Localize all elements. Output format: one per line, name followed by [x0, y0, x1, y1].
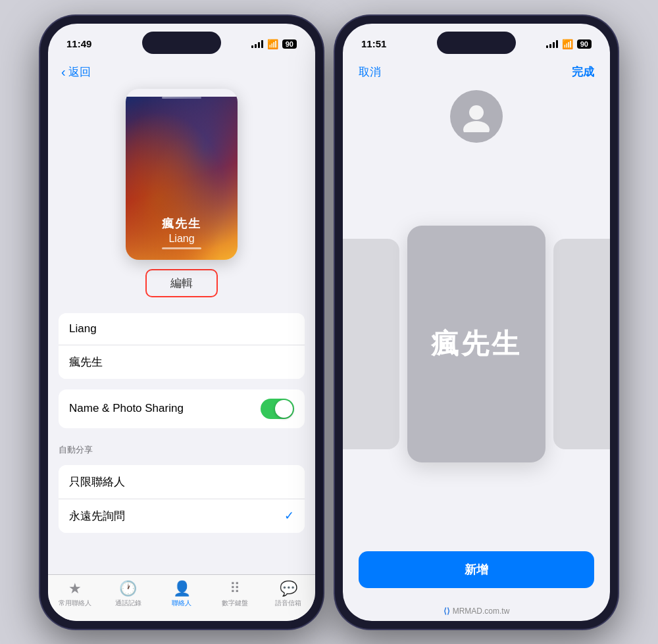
contact-card-mini: 瘋先生 Liang	[126, 89, 238, 260]
poster-main-text: 瘋先生	[431, 326, 522, 362]
bar2	[255, 44, 257, 48]
edit-btn-wrapper: 編輯	[145, 269, 218, 297]
sharing-label: Name & Photo Sharing	[69, 402, 261, 415]
status-right-2: 📶 90	[546, 39, 592, 49]
bar4	[261, 40, 263, 48]
battery-1: 90	[282, 39, 297, 49]
sharing-toggle[interactable]	[261, 399, 294, 419]
field-first-name[interactable]: Liang	[59, 313, 305, 345]
contacts-icon: 👤	[173, 580, 191, 597]
auto-share-ask[interactable]: 永遠先詢問 ✓	[59, 499, 305, 533]
time-1: 11:49	[66, 38, 91, 49]
card-name-area: 瘋先生 Liang	[126, 216, 238, 249]
tab-favorites[interactable]: ★ 常用聯絡人	[48, 580, 101, 608]
phones-container: 11:49 📶 90 ‹ 返回	[40, 16, 618, 629]
tab-recents[interactable]: 🕐 通話記錄	[101, 580, 155, 608]
dynamic-island-2	[437, 32, 516, 54]
svg-point-1	[463, 121, 490, 132]
nav-bar-1: ‹ 返回	[48, 59, 315, 82]
poster-side-right[interactable]	[553, 239, 610, 449]
checkmark-icon: ✓	[284, 508, 294, 523]
avatar-area	[343, 82, 610, 148]
contacts-label: 聯絡人	[172, 599, 191, 608]
dynamic-island-1	[142, 32, 221, 54]
card-bg: 瘋先生 Liang	[126, 97, 238, 260]
bar2b	[549, 44, 551, 48]
bar3b	[553, 42, 555, 48]
card-name-en: Liang	[126, 233, 238, 245]
phone-2: 11:51 📶 90 取消 完成	[335, 16, 618, 629]
tab-bar: ★ 常用聯絡人 🕐 通話記錄 👤 聯絡人 ⠿ 數字鍵盤 💬 語音信箱	[48, 574, 315, 621]
watermark: ⟨⟩ MRMAD.com.tw	[343, 604, 610, 621]
bar3	[258, 42, 260, 48]
recents-icon: 🕐	[119, 580, 137, 597]
bar1	[251, 45, 253, 48]
back-button[interactable]: ‹ 返回	[61, 64, 302, 80]
phone-1: 11:49 📶 90 ‹ 返回	[40, 16, 323, 629]
auto-share-contacts[interactable]: 只限聯絡人	[59, 465, 305, 499]
card-preview-area: 瘋先生 Liang 編輯	[48, 82, 315, 308]
phone2-nav: 取消 完成	[343, 59, 610, 82]
always-ask-label: 永遠先詢問	[69, 508, 284, 524]
phone-2-screen: 11:51 📶 90 取消 完成	[343, 24, 610, 621]
wifi-icon-2: 📶	[562, 39, 573, 49]
card-bottom-line	[162, 247, 201, 249]
poster-main[interactable]: 瘋先生	[407, 226, 545, 462]
first-name-value: Liang	[69, 322, 294, 335]
add-btn-area: 新增	[343, 541, 610, 604]
poster-side-left[interactable]	[343, 239, 399, 449]
svg-point-0	[469, 105, 484, 120]
field-last-name[interactable]: 瘋先生	[59, 345, 305, 379]
last-name-value: 瘋先生	[69, 355, 294, 370]
auto-share-header: 自動分享	[48, 433, 315, 460]
voicemail-icon: 💬	[280, 580, 297, 597]
time-2: 11:51	[361, 38, 386, 49]
tab-voicemail[interactable]: 💬 語音信箱	[262, 580, 315, 608]
favorites-icon: ★	[68, 580, 82, 597]
sharing-section: Name & Photo Sharing	[59, 389, 305, 428]
tab-keypad[interactable]: ⠿ 數字鍵盤	[209, 580, 262, 608]
voicemail-label: 語音信箱	[275, 599, 301, 608]
name-fields-section: Liang 瘋先生	[59, 313, 305, 379]
add-button[interactable]: 新增	[359, 551, 594, 588]
keypad-label: 數字鍵盤	[222, 599, 248, 608]
signal-bars-2	[546, 40, 558, 48]
edit-button[interactable]: 編輯	[145, 269, 218, 297]
battery-2: 90	[577, 39, 592, 49]
tab-contacts[interactable]: 👤 聯絡人	[155, 580, 208, 608]
contacts-only-label: 只限聯絡人	[69, 474, 294, 489]
avatar[interactable]	[450, 90, 503, 143]
poster-carousel: 瘋先生	[343, 148, 610, 541]
recents-label: 通話記錄	[115, 599, 141, 608]
auto-share-section: 只限聯絡人 永遠先詢問 ✓	[59, 465, 305, 533]
sharing-row[interactable]: Name & Photo Sharing	[59, 389, 305, 428]
toggle-knob	[275, 400, 293, 418]
cancel-button[interactable]: 取消	[359, 64, 381, 80]
bar1b	[546, 45, 548, 48]
signal-bars-1	[251, 40, 263, 48]
bar4b	[556, 40, 558, 48]
back-chevron-icon: ‹	[61, 65, 66, 78]
card-name-cn: 瘋先生	[126, 216, 238, 232]
watermark-logo: ⟨⟩	[443, 607, 450, 616]
watermark-text: MRMAD.com.tw	[453, 607, 510, 616]
done-button[interactable]: 完成	[572, 64, 594, 80]
wifi-icon-1: 📶	[267, 39, 278, 49]
avatar-icon	[461, 101, 492, 132]
phone-1-screen: 11:49 📶 90 ‹ 返回	[48, 24, 315, 621]
keypad-icon: ⠿	[230, 580, 240, 597]
status-right-1: 📶 90	[251, 39, 297, 49]
back-label: 返回	[68, 64, 91, 80]
favorites-label: 常用聯絡人	[59, 599, 91, 608]
